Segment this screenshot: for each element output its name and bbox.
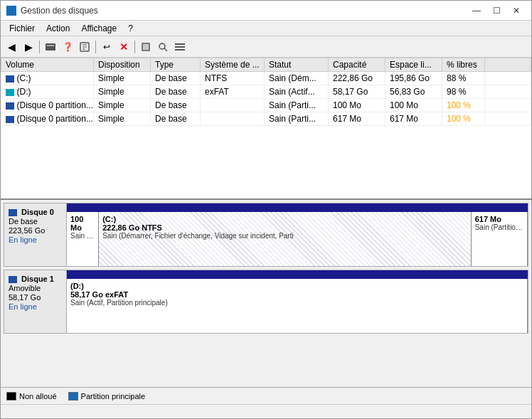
svg-rect-7 xyxy=(143,44,149,50)
disk-button[interactable] xyxy=(43,39,58,55)
col-header-systeme[interactable]: Système de ... xyxy=(201,58,265,72)
title-bar-left: Gestion des disques xyxy=(6,6,98,16)
partition-size: 100 Mo xyxy=(70,215,95,232)
partition-info: Sain (Démarrer, Fichier d'échange, Vidag… xyxy=(102,232,467,240)
volume-table: Volume Disposition Type Système de ... S… xyxy=(1,58,531,126)
disk-label-disk1: Disque 1 Amovible 58,17 Go En ligne xyxy=(4,270,67,333)
partition-0[interactable]: 100 MoSain (Partition du sy xyxy=(67,212,99,266)
menu-aide[interactable]: ? xyxy=(122,22,139,35)
partition-0[interactable]: (D:)58,17 Go exFATSain (Actif, Partition… xyxy=(67,279,528,333)
cell-disposition: Simple xyxy=(94,99,151,112)
partition-label: (D:) xyxy=(70,282,523,290)
cell-extra xyxy=(485,72,531,85)
col-header-type[interactable]: Type xyxy=(151,58,201,72)
options-button[interactable] xyxy=(172,39,188,55)
partition-info: Sain (Partition de récupératio xyxy=(475,223,523,231)
table-row[interactable]: (Disque 0 partition... Simple De base Sa… xyxy=(1,99,531,112)
minimize-button[interactable]: — xyxy=(467,4,486,18)
volume-table-area: Volume Disposition Type Système de ... S… xyxy=(1,58,531,200)
table-header-row: Volume Disposition Type Système de ... S… xyxy=(1,58,531,72)
col-header-pct[interactable]: % libres xyxy=(442,58,485,72)
toolbar-sep-1 xyxy=(39,41,40,53)
cell-volume: (Disque 0 partition... xyxy=(1,99,94,112)
table-row[interactable]: (C:) Simple De base NTFS Sain (Dém... 22… xyxy=(1,72,531,85)
main-window: Gestion des disques — ☐ ✕ Fichier Action… xyxy=(0,0,532,419)
status-bar xyxy=(1,404,531,418)
disk-type: De base xyxy=(9,217,62,226)
cell-type: De base xyxy=(151,112,201,126)
partition-1[interactable]: (C:)222,86 Go NTFSSain (Démarrer, Fichie… xyxy=(99,212,472,266)
cell-statut: Sain (Actif... xyxy=(265,85,329,99)
disk-header-bar xyxy=(67,270,528,279)
table-row[interactable]: (D:) Simple De base exFAT Sain (Actif...… xyxy=(1,85,531,99)
svg-rect-12 xyxy=(175,49,185,51)
disk-status: En ligne xyxy=(9,235,62,244)
disk-partitions-disk0: 100 MoSain (Partition du sy(C:)222,86 Go… xyxy=(67,203,528,266)
cell-disposition: Simple xyxy=(94,85,151,99)
cell-capacite: 58,17 Go xyxy=(329,85,385,99)
main-content: Volume Disposition Type Système de ... S… xyxy=(1,58,531,404)
forward-button[interactable]: ▶ xyxy=(21,39,36,55)
menu-bar: Fichier Action Affichage ? xyxy=(1,21,531,36)
cell-espace: 617 Mo xyxy=(385,112,442,126)
cell-systeme xyxy=(201,112,265,126)
cell-systeme: exFAT xyxy=(201,85,265,99)
disk-parts-row: (D:)58,17 Go exFATSain (Actif, Partition… xyxy=(67,279,528,333)
help-button[interactable]: ❓ xyxy=(60,39,75,55)
svg-rect-1 xyxy=(47,45,54,46)
search-button[interactable] xyxy=(155,39,171,55)
cell-extra xyxy=(485,112,531,126)
disk-size: 58,17 Go xyxy=(9,293,62,302)
delete-button[interactable]: ✕ xyxy=(116,39,132,55)
window-controls: — ☐ ✕ xyxy=(467,4,526,18)
connect-button[interactable]: ↩ xyxy=(99,39,115,55)
cell-pct: 88 % xyxy=(442,72,485,85)
properties-button[interactable] xyxy=(77,39,92,55)
disk-type: Amovible xyxy=(9,284,62,292)
cell-statut: Sain (Parti... xyxy=(265,112,329,126)
maximize-button[interactable]: ☐ xyxy=(487,4,506,18)
cell-extra xyxy=(485,99,531,112)
partition-info: Sain (Partition du sy xyxy=(70,232,95,240)
partition-size: 58,17 Go exFAT xyxy=(70,290,523,299)
disk-row-disk0: Disque 0 De base 223,56 Go En ligne 100 … xyxy=(4,203,528,267)
svg-rect-0 xyxy=(46,43,55,51)
toolbar-sep-2 xyxy=(95,41,96,53)
partition-size: 222,86 Go NTFS xyxy=(102,223,467,232)
cell-extra xyxy=(485,85,531,99)
menu-affichage[interactable]: Affichage xyxy=(75,22,122,35)
cell-volume: (C:) xyxy=(1,72,94,85)
col-header-capacite[interactable]: Capacité xyxy=(329,58,385,72)
menu-fichier[interactable]: Fichier xyxy=(4,22,41,35)
menu-action[interactable]: Action xyxy=(41,22,75,35)
legend-main-box xyxy=(68,392,78,401)
col-header-disposition[interactable]: Disposition xyxy=(94,58,151,72)
window-title: Gestion des disques xyxy=(21,6,98,16)
toolbar: ◀ ▶ ❓ ↩ ✕ xyxy=(1,36,531,58)
format-button[interactable] xyxy=(138,39,154,55)
disk-parts-row: 100 MoSain (Partition du sy(C:)222,86 Go… xyxy=(67,212,528,266)
svg-rect-10 xyxy=(175,43,185,45)
close-button[interactable]: ✕ xyxy=(507,4,526,18)
cell-disposition: Simple xyxy=(94,112,151,126)
cell-capacite: 222,86 Go xyxy=(329,72,385,85)
cell-type: De base xyxy=(151,99,201,112)
partition-label: (C:) xyxy=(102,215,467,223)
cell-type: De base xyxy=(151,72,201,85)
col-header-espace[interactable]: Espace li... xyxy=(385,58,442,72)
legend-unalloc: Non alloué xyxy=(6,392,57,401)
table-row[interactable]: (Disque 0 partition... Simple De base Sa… xyxy=(1,112,531,126)
back-button[interactable]: ◀ xyxy=(4,39,19,55)
partition-2[interactable]: 617 MoSain (Partition de récupératio xyxy=(472,212,528,266)
col-header-volume[interactable]: Volume xyxy=(1,58,94,72)
disk-size: 223,56 Go xyxy=(9,226,62,235)
app-icon xyxy=(6,6,16,16)
legend-unalloc-box xyxy=(6,392,16,401)
svg-point-8 xyxy=(159,43,165,49)
cell-volume: (D:) xyxy=(1,85,94,99)
legend-main: Partition principale xyxy=(68,392,146,401)
col-header-statut[interactable]: Statut xyxy=(265,58,329,72)
col-header-extra[interactable] xyxy=(485,58,531,72)
disk-visual-area: Disque 0 De base 223,56 Go En ligne 100 … xyxy=(1,200,531,387)
title-bar: Gestion des disques — ☐ ✕ xyxy=(1,1,531,21)
